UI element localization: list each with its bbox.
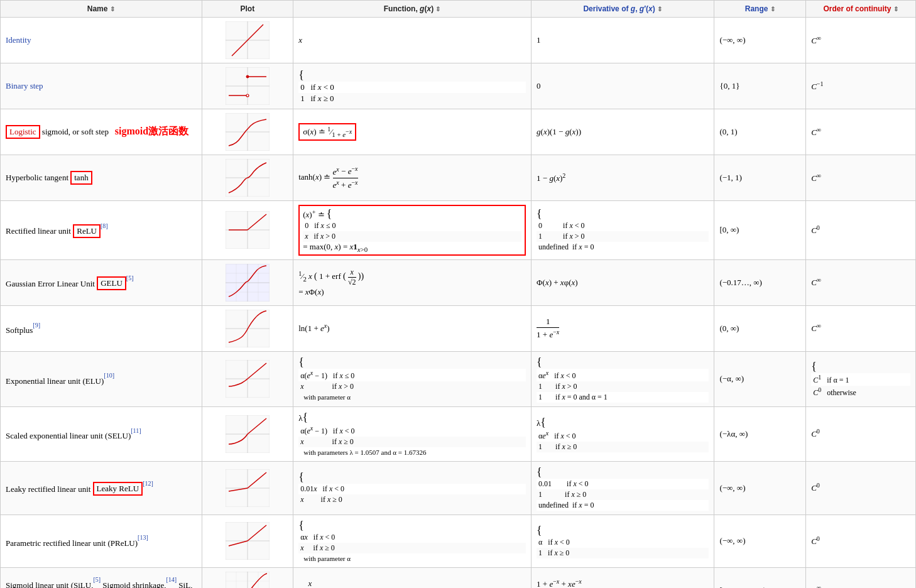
logistic-box: Logistic	[6, 125, 40, 139]
selu-ref[interactable]: [11]	[131, 427, 141, 433]
range-selu: (−λα, ∞)	[714, 406, 806, 461]
plot-gelu-svg	[226, 264, 270, 302]
func-elu: { α(ex − 1) if x ≤ 0 x if x > 0 with par…	[293, 351, 532, 406]
name-prelu: Parametric rectified linear unit (PReLU)…	[1, 514, 202, 567]
row-selu: Scaled exponential linear unit (SELU)[11…	[1, 406, 916, 461]
deriv-elu: { αex if x < 0 1 if x > 0 1 if x = 0 and…	[532, 351, 714, 406]
plot-softplus	[202, 305, 293, 351]
plot-tanh-svg	[226, 159, 270, 197]
plot-softplus-svg	[226, 310, 270, 347]
silu-ref1[interactable]: [5]	[93, 576, 101, 583]
name-selu: Scaled exponential linear unit (SELU)[11…	[1, 406, 202, 461]
link-logistic[interactable]: Logistic	[9, 127, 36, 136]
deriv-prelu: { α if x < 0 1 if x ≥ 0	[532, 514, 714, 567]
deriv-selu: λ{ αex if x < 0 1 if x ≥ 0	[532, 406, 714, 461]
name-identity: Identity	[1, 18, 202, 63]
plot-selu	[202, 406, 293, 461]
cont-leaky-relu: C0	[806, 461, 916, 514]
row-identity: Identity x 1 (−∞, ∞) C∞	[1, 18, 916, 63]
link-identity[interactable]: Identity	[6, 35, 31, 45]
cont-softplus: C∞	[806, 305, 916, 351]
row-elu: Exponential linear unit (ELU)[10] { α(ex	[1, 351, 916, 406]
logistic-chinese: sigmoid激活函数	[115, 126, 188, 136]
row-binary-step: Binary step {	[1, 63, 916, 109]
plot-silu-svg	[226, 572, 270, 588]
range-prelu: (−∞, ∞)	[714, 514, 806, 567]
name-logistic: Logistic sigmoid, or soft step sigmoid激活…	[1, 109, 202, 155]
deriv-relu: { 0 if x < 0 1 if x > 0 undefined if x =…	[532, 201, 714, 260]
name-tanh: Hyperbolic tangent tanh	[1, 155, 202, 201]
func-gelu: 1⁄2 x ( 1 + erf ( x √2 )) = xΦ(x)	[293, 259, 532, 305]
deriv-gelu: Φ(x) + xφ(x)	[532, 259, 714, 305]
cont-relu: C0	[806, 201, 916, 260]
range-silu: [−0.278…, ∞)	[714, 567, 806, 588]
range-leaky-relu: (−∞, ∞)	[714, 461, 806, 514]
cont-identity: C∞	[806, 18, 916, 63]
header-deriv[interactable]: Derivative of g, g′(x) ⇕	[532, 1, 714, 18]
prelu-ref[interactable]: [13]	[138, 534, 148, 541]
func-softplus: ln(1 + ex)	[293, 305, 532, 351]
plot-prelu-svg	[226, 522, 270, 560]
func-logistic: σ(x) ≐ 1⁄1 + e−x	[293, 109, 532, 155]
plot-binary-step	[202, 63, 293, 109]
plot-binary-step-svg	[226, 67, 270, 105]
range-elu: (−α, ∞)	[714, 351, 806, 406]
plot-elu-svg	[226, 360, 270, 398]
elu-ref[interactable]: [10]	[104, 372, 114, 379]
cont-tanh: C∞	[806, 155, 916, 201]
row-gelu: Gaussian Error Linear Unit GELU[5]	[1, 259, 916, 305]
func-identity: x	[293, 18, 532, 63]
softplus-ref[interactable]: [9]	[33, 321, 40, 328]
row-logistic: Logistic sigmoid, or soft step sigmoid激活…	[1, 109, 916, 155]
deriv-identity: 1	[532, 18, 714, 63]
sort-cont-icon: ⇕	[893, 6, 898, 13]
func-selu: λ{ α(ex − 1) if x < 0 x if x ≥ 0 with pa…	[293, 406, 532, 461]
cont-binary-step: C−1	[806, 63, 916, 109]
sort-deriv-icon: ⇕	[657, 6, 662, 13]
plot-identity-svg	[226, 21, 270, 59]
silu-ref2[interactable]: [14]	[166, 576, 177, 583]
deriv-leaky-relu: { 0.01 if x < 0 1 if x ≥ 0 undefined if …	[532, 461, 714, 514]
range-binary-step: {0, 1}	[714, 63, 806, 109]
name-relu: Rectified linear unit ReLU[8]	[1, 201, 202, 260]
cont-elu: { C1 if α = 1 C0 otherwise	[806, 351, 916, 406]
plot-identity	[202, 18, 293, 63]
plot-relu-svg	[226, 211, 270, 249]
relu-ref[interactable]: [8]	[101, 222, 108, 229]
sort-range-icon: ⇕	[770, 6, 775, 13]
svg-point-10	[246, 75, 249, 78]
link-binary-step[interactable]: Binary step	[6, 81, 43, 90]
name-binary-step: Binary step	[1, 63, 202, 109]
tanh-box: tanh	[70, 171, 92, 185]
row-prelu: Parametric rectified linear unit (PReLU)…	[1, 514, 916, 567]
header-cont[interactable]: Order of continuity ⇕	[806, 1, 916, 18]
sort-name-icon: ⇕	[110, 6, 115, 13]
range-relu: [0, ∞)	[714, 201, 806, 260]
header-func[interactable]: Function, g(x) ⇕	[293, 1, 532, 18]
header-range[interactable]: Range ⇕	[714, 1, 806, 18]
plot-leaky-relu	[202, 461, 293, 514]
func-relu: (x)+ ≐ { 0 if x ≤ 0 x if x > 0 = max(0, …	[293, 201, 532, 260]
header-plot: Plot	[202, 1, 293, 18]
range-gelu: (−0.17…, ∞)	[714, 259, 806, 305]
range-identity: (−∞, ∞)	[714, 18, 806, 63]
row-tanh: Hyperbolic tangent tanh tanh(x) ≐ ex − e…	[1, 155, 916, 201]
plot-relu	[202, 201, 293, 260]
relu-formula-box: (x)+ ≐ { 0 if x ≤ 0 x if x > 0 = max(0, …	[298, 205, 526, 256]
name-silu: Sigmoid linear unit (SiLU,[5] Sigmoid sh…	[1, 567, 202, 588]
plot-silu	[202, 567, 293, 588]
gelu-box: GELU	[97, 276, 126, 290]
cont-logistic: C∞	[806, 109, 916, 155]
row-leaky-relu: Leaky rectified linear unit Leaky ReLU[1…	[1, 461, 916, 514]
header-name[interactable]: Name ⇕	[1, 1, 202, 18]
name-gelu: Gaussian Error Linear Unit GELU[5]	[1, 259, 202, 305]
activation-functions-table: Name ⇕ Plot Function, g(x) ⇕ Derivative …	[0, 0, 916, 588]
gelu-ref[interactable]: [5]	[126, 275, 134, 281]
plot-prelu	[202, 514, 293, 567]
func-prelu: { αx if x < 0 x if x ≥ 0 with parameter …	[293, 514, 532, 567]
leaky-relu-ref[interactable]: [12]	[143, 480, 153, 487]
relu-box: ReLU	[73, 224, 101, 238]
func-silu: x 1 + e−x	[293, 567, 532, 588]
row-relu: Rectified linear unit ReLU[8] (x)+ ≐	[1, 201, 916, 260]
cont-gelu: C∞	[806, 259, 916, 305]
